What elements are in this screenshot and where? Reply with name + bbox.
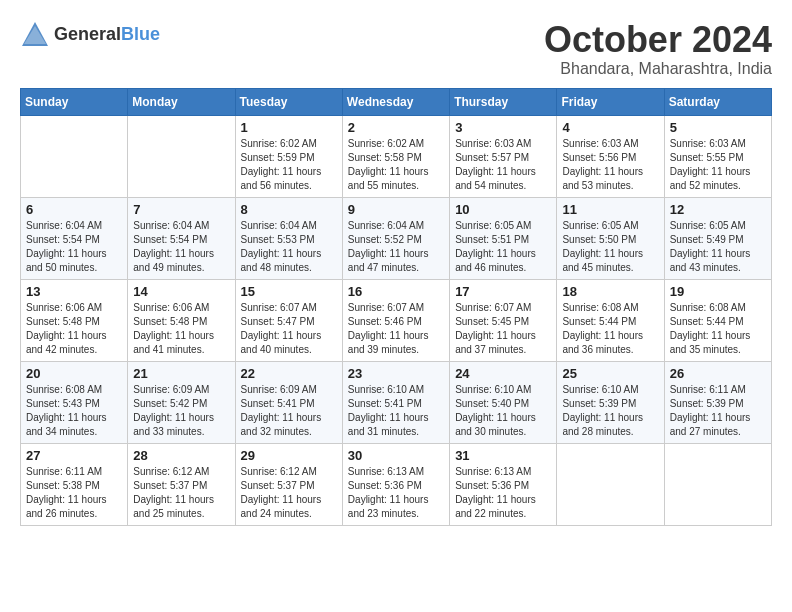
day-number: 27 <box>26 448 122 463</box>
page-header: GeneralBlue October 2024 Bhandara, Mahar… <box>20 20 772 78</box>
calendar-week-row: 13Sunrise: 6:06 AM Sunset: 5:48 PM Dayli… <box>21 279 772 361</box>
calendar-table: SundayMondayTuesdayWednesdayThursdayFrid… <box>20 88 772 526</box>
calendar-week-row: 1Sunrise: 6:02 AM Sunset: 5:59 PM Daylig… <box>21 115 772 197</box>
calendar-header-tuesday: Tuesday <box>235 88 342 115</box>
calendar-header-monday: Monday <box>128 88 235 115</box>
day-info: Sunrise: 6:02 AM Sunset: 5:59 PM Dayligh… <box>241 137 337 193</box>
day-info: Sunrise: 6:03 AM Sunset: 5:56 PM Dayligh… <box>562 137 658 193</box>
day-number: 2 <box>348 120 444 135</box>
day-info: Sunrise: 6:10 AM Sunset: 5:41 PM Dayligh… <box>348 383 444 439</box>
calendar-cell: 3Sunrise: 6:03 AM Sunset: 5:57 PM Daylig… <box>450 115 557 197</box>
day-info: Sunrise: 6:03 AM Sunset: 5:57 PM Dayligh… <box>455 137 551 193</box>
calendar-cell <box>557 443 664 525</box>
day-number: 6 <box>26 202 122 217</box>
logo-icon <box>20 20 50 48</box>
calendar-cell: 29Sunrise: 6:12 AM Sunset: 5:37 PM Dayli… <box>235 443 342 525</box>
day-info: Sunrise: 6:07 AM Sunset: 5:46 PM Dayligh… <box>348 301 444 357</box>
calendar-header-sunday: Sunday <box>21 88 128 115</box>
calendar-cell: 25Sunrise: 6:10 AM Sunset: 5:39 PM Dayli… <box>557 361 664 443</box>
calendar-cell: 17Sunrise: 6:07 AM Sunset: 5:45 PM Dayli… <box>450 279 557 361</box>
location-title: Bhandara, Maharashtra, India <box>544 60 772 78</box>
day-info: Sunrise: 6:13 AM Sunset: 5:36 PM Dayligh… <box>348 465 444 521</box>
calendar-header-saturday: Saturday <box>664 88 771 115</box>
calendar-cell: 2Sunrise: 6:02 AM Sunset: 5:58 PM Daylig… <box>342 115 449 197</box>
day-info: Sunrise: 6:10 AM Sunset: 5:40 PM Dayligh… <box>455 383 551 439</box>
day-number: 17 <box>455 284 551 299</box>
day-number: 23 <box>348 366 444 381</box>
day-number: 11 <box>562 202 658 217</box>
day-number: 30 <box>348 448 444 463</box>
day-info: Sunrise: 6:11 AM Sunset: 5:38 PM Dayligh… <box>26 465 122 521</box>
day-info: Sunrise: 6:03 AM Sunset: 5:55 PM Dayligh… <box>670 137 766 193</box>
day-number: 10 <box>455 202 551 217</box>
logo-general: General <box>54 24 121 44</box>
day-info: Sunrise: 6:04 AM Sunset: 5:52 PM Dayligh… <box>348 219 444 275</box>
title-area: October 2024 Bhandara, Maharashtra, Indi… <box>544 20 772 78</box>
day-number: 19 <box>670 284 766 299</box>
day-number: 5 <box>670 120 766 135</box>
calendar-cell: 6Sunrise: 6:04 AM Sunset: 5:54 PM Daylig… <box>21 197 128 279</box>
calendar-cell: 27Sunrise: 6:11 AM Sunset: 5:38 PM Dayli… <box>21 443 128 525</box>
calendar-cell: 5Sunrise: 6:03 AM Sunset: 5:55 PM Daylig… <box>664 115 771 197</box>
calendar-cell <box>664 443 771 525</box>
day-number: 1 <box>241 120 337 135</box>
day-number: 14 <box>133 284 229 299</box>
month-title: October 2024 <box>544 20 772 60</box>
day-number: 4 <box>562 120 658 135</box>
day-number: 3 <box>455 120 551 135</box>
day-number: 13 <box>26 284 122 299</box>
calendar-cell: 9Sunrise: 6:04 AM Sunset: 5:52 PM Daylig… <box>342 197 449 279</box>
calendar-cell: 31Sunrise: 6:13 AM Sunset: 5:36 PM Dayli… <box>450 443 557 525</box>
calendar-cell: 30Sunrise: 6:13 AM Sunset: 5:36 PM Dayli… <box>342 443 449 525</box>
calendar-cell: 15Sunrise: 6:07 AM Sunset: 5:47 PM Dayli… <box>235 279 342 361</box>
day-info: Sunrise: 6:06 AM Sunset: 5:48 PM Dayligh… <box>26 301 122 357</box>
day-number: 8 <box>241 202 337 217</box>
calendar-week-row: 20Sunrise: 6:08 AM Sunset: 5:43 PM Dayli… <box>21 361 772 443</box>
day-info: Sunrise: 6:11 AM Sunset: 5:39 PM Dayligh… <box>670 383 766 439</box>
day-number: 9 <box>348 202 444 217</box>
calendar-cell: 10Sunrise: 6:05 AM Sunset: 5:51 PM Dayli… <box>450 197 557 279</box>
calendar-header-friday: Friday <box>557 88 664 115</box>
calendar-cell: 23Sunrise: 6:10 AM Sunset: 5:41 PM Dayli… <box>342 361 449 443</box>
calendar-cell: 18Sunrise: 6:08 AM Sunset: 5:44 PM Dayli… <box>557 279 664 361</box>
day-info: Sunrise: 6:07 AM Sunset: 5:47 PM Dayligh… <box>241 301 337 357</box>
day-number: 7 <box>133 202 229 217</box>
day-number: 31 <box>455 448 551 463</box>
calendar-header-wednesday: Wednesday <box>342 88 449 115</box>
day-number: 22 <box>241 366 337 381</box>
calendar-cell: 11Sunrise: 6:05 AM Sunset: 5:50 PM Dayli… <box>557 197 664 279</box>
calendar-cell: 21Sunrise: 6:09 AM Sunset: 5:42 PM Dayli… <box>128 361 235 443</box>
day-number: 20 <box>26 366 122 381</box>
calendar-cell: 14Sunrise: 6:06 AM Sunset: 5:48 PM Dayli… <box>128 279 235 361</box>
day-info: Sunrise: 6:06 AM Sunset: 5:48 PM Dayligh… <box>133 301 229 357</box>
day-info: Sunrise: 6:05 AM Sunset: 5:49 PM Dayligh… <box>670 219 766 275</box>
calendar-week-row: 27Sunrise: 6:11 AM Sunset: 5:38 PM Dayli… <box>21 443 772 525</box>
day-number: 21 <box>133 366 229 381</box>
day-info: Sunrise: 6:05 AM Sunset: 5:50 PM Dayligh… <box>562 219 658 275</box>
day-number: 25 <box>562 366 658 381</box>
logo: GeneralBlue <box>20 20 160 48</box>
day-info: Sunrise: 6:08 AM Sunset: 5:44 PM Dayligh… <box>562 301 658 357</box>
day-number: 12 <box>670 202 766 217</box>
day-info: Sunrise: 6:13 AM Sunset: 5:36 PM Dayligh… <box>455 465 551 521</box>
calendar-cell: 22Sunrise: 6:09 AM Sunset: 5:41 PM Dayli… <box>235 361 342 443</box>
calendar-cell: 7Sunrise: 6:04 AM Sunset: 5:54 PM Daylig… <box>128 197 235 279</box>
day-number: 26 <box>670 366 766 381</box>
calendar-cell: 13Sunrise: 6:06 AM Sunset: 5:48 PM Dayli… <box>21 279 128 361</box>
calendar-cell: 16Sunrise: 6:07 AM Sunset: 5:46 PM Dayli… <box>342 279 449 361</box>
day-number: 24 <box>455 366 551 381</box>
calendar-week-row: 6Sunrise: 6:04 AM Sunset: 5:54 PM Daylig… <box>21 197 772 279</box>
calendar-cell: 1Sunrise: 6:02 AM Sunset: 5:59 PM Daylig… <box>235 115 342 197</box>
day-info: Sunrise: 6:08 AM Sunset: 5:43 PM Dayligh… <box>26 383 122 439</box>
calendar-cell: 19Sunrise: 6:08 AM Sunset: 5:44 PM Dayli… <box>664 279 771 361</box>
day-number: 28 <box>133 448 229 463</box>
day-info: Sunrise: 6:08 AM Sunset: 5:44 PM Dayligh… <box>670 301 766 357</box>
day-info: Sunrise: 6:04 AM Sunset: 5:54 PM Dayligh… <box>26 219 122 275</box>
day-number: 29 <box>241 448 337 463</box>
calendar-header-thursday: Thursday <box>450 88 557 115</box>
day-info: Sunrise: 6:07 AM Sunset: 5:45 PM Dayligh… <box>455 301 551 357</box>
calendar-cell: 20Sunrise: 6:08 AM Sunset: 5:43 PM Dayli… <box>21 361 128 443</box>
calendar-cell: 4Sunrise: 6:03 AM Sunset: 5:56 PM Daylig… <box>557 115 664 197</box>
calendar-cell <box>21 115 128 197</box>
calendar-cell: 12Sunrise: 6:05 AM Sunset: 5:49 PM Dayli… <box>664 197 771 279</box>
